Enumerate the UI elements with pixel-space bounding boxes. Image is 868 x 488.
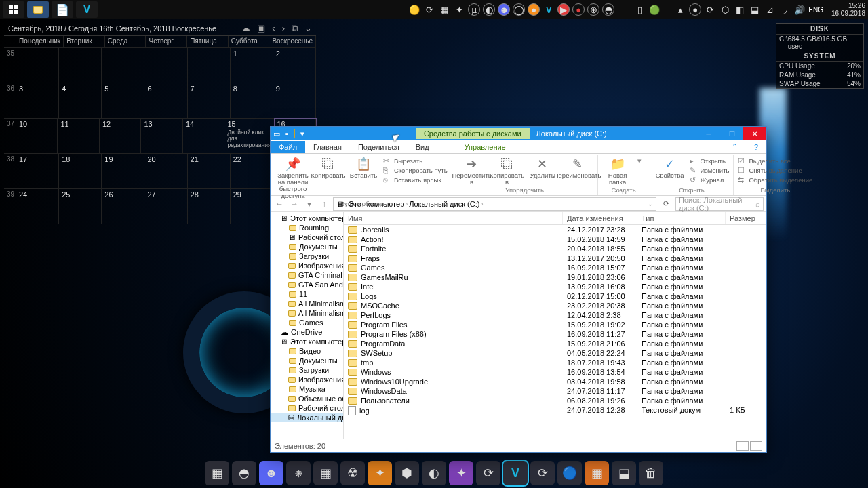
tab-home[interactable]: Главная <box>305 141 350 153</box>
taskbar-vegas[interactable]: V <box>76 1 98 18</box>
dock-steam2[interactable]: ⟳ <box>530 461 555 485</box>
tray-sys4-icon[interactable]: ◧ <box>734 3 746 16</box>
file-row[interactable]: PerfLogs12.04.2018 2:38Папка с файлами <box>344 310 766 320</box>
tray-app3-icon[interactable]: ◯ <box>513 3 525 16</box>
calendar-cell[interactable]: 5 <box>102 83 144 119</box>
prev-icon[interactable]: ‹ <box>272 23 275 34</box>
nav-item[interactable]: Загрузки <box>271 365 343 375</box>
maximize-button[interactable]: ☐ <box>720 127 743 140</box>
tray-network-icon[interactable]: ⊿ <box>764 3 776 16</box>
file-row[interactable]: GamesMailRu19.01.2018 23:06Папка с файла… <box>344 272 766 282</box>
tray-chrome2-icon[interactable]: 🟢 <box>648 3 660 16</box>
history-button[interactable]: ↺Журнал <box>690 176 730 184</box>
calendar-cell[interactable]: 28 <box>188 189 231 224</box>
calendar-cell[interactable] <box>144 48 187 83</box>
calendar-cell[interactable]: 10 <box>16 119 58 154</box>
file-row[interactable]: MSOCache23.02.2018 20:38Папка с файлами <box>344 301 766 310</box>
calendar-cell[interactable]: 7 <box>188 83 231 119</box>
tab-view[interactable]: Вид <box>408 141 437 153</box>
calendar-cell[interactable]: 18 <box>59 154 102 189</box>
pin-button[interactable]: 📌Закрепить на панели быстрого доступа <box>277 157 309 199</box>
file-row[interactable]: ProgramData15.09.2018 21:06Папка с файла… <box>344 339 766 348</box>
paste-button[interactable]: 📋Вставить <box>348 157 379 179</box>
file-row[interactable]: Windows16.09.2018 13:54Папка с файлами <box>344 367 766 377</box>
tab-file[interactable]: Файл <box>271 141 305 153</box>
tray-wifi-icon[interactable]: ◞ <box>778 3 791 16</box>
dock-app2[interactable]: ☢ <box>340 461 365 485</box>
minimize-button[interactable]: ─ <box>697 127 720 140</box>
ribbon-collapse-icon[interactable]: ⌃ <box>724 140 746 153</box>
dock-steam[interactable]: ⟳ <box>476 461 500 485</box>
dock-app6[interactable]: ▦ <box>585 461 609 485</box>
tray-vegas-icon[interactable]: V <box>542 3 555 16</box>
nav-item[interactable]: ☁OneDrive <box>271 327 343 337</box>
file-row[interactable]: Program Files (x86)16.09.2018 11:27Папка… <box>344 329 766 339</box>
nav-item[interactable]: Изображения <box>271 375 343 384</box>
tray-doc-icon[interactable]: ▯ <box>633 3 646 16</box>
nav-item[interactable]: 🖥Рабочий стол <box>271 232 343 242</box>
tray-sys2-icon[interactable]: ⟳ <box>704 3 716 16</box>
dock-pubg[interactable]: ▦ <box>205 461 229 485</box>
nav-item[interactable]: Games <box>271 318 343 327</box>
expand-icon[interactable]: ⌄ <box>304 23 312 34</box>
copy-button[interactable]: ⿻Копировать <box>313 157 344 179</box>
properties-button[interactable]: ✓Свойства <box>654 157 686 179</box>
nav-item[interactable]: 🖥Этот компьютер <box>271 337 343 346</box>
nav-item[interactable]: All Minimalism <box>271 299 343 308</box>
tray-app5-icon[interactable]: ▶ <box>557 3 570 16</box>
invert-button[interactable]: ⇆Обратить выделение <box>738 176 812 184</box>
qat-folder-icon[interactable] <box>291 129 298 138</box>
tab-share[interactable]: Поделиться <box>350 141 408 153</box>
file-row[interactable]: log24.07.2018 12:28Текстовый докум1 КБ <box>344 405 766 416</box>
calendar-cell[interactable]: 1 <box>231 48 273 83</box>
search-input[interactable]: Поиск: Локальный диск (C:) ⌕ <box>675 197 764 211</box>
calendar-cell[interactable]: 24 <box>16 189 59 224</box>
tray-sys5-icon[interactable]: ⬓ <box>749 3 761 16</box>
calendar-cell[interactable]: 17 <box>16 154 59 189</box>
up-button[interactable]: ↑ <box>318 199 330 209</box>
tray-chrome-icon[interactable]: 🟡 <box>408 3 420 16</box>
qat-down-icon[interactable]: ▾ <box>298 129 307 138</box>
view-thumbs-button[interactable] <box>750 441 762 451</box>
file-row[interactable]: Program Files15.09.2018 19:02Папка с фай… <box>344 320 766 329</box>
tray-sys3-icon[interactable]: ⬡ <box>719 3 731 16</box>
calendar-cell[interactable]: 14 <box>183 119 224 154</box>
tray-volume-icon[interactable]: 🔊 <box>793 3 806 16</box>
tray-arrow-icon[interactable]: ▴ <box>674 3 686 16</box>
tab-manage[interactable]: Управление <box>456 141 514 153</box>
calendar-cell[interactable]: 19 <box>102 154 144 189</box>
nav-item[interactable]: 11 <box>271 289 343 299</box>
calendar-cell[interactable]: 8 <box>231 83 273 119</box>
dock-chrome[interactable]: 🔵 <box>557 461 582 485</box>
shortcut-button[interactable]: ⎋Вставить ярлык <box>383 176 448 184</box>
dock-trash[interactable]: 🗑 <box>639 461 663 485</box>
nav-item[interactable]: All Minimalism <box>271 308 343 318</box>
forward-button[interactable]: → <box>288 199 300 209</box>
calendar-cell[interactable]: 26 <box>102 189 144 224</box>
cut-button[interactable]: ✂Вырезать <box>383 157 448 165</box>
open-button[interactable]: ▸Открыть <box>690 157 730 165</box>
file-row[interactable]: Windows10Upgrade03.04.2018 19:58Папка с … <box>344 377 766 386</box>
next-icon[interactable]: › <box>282 23 285 34</box>
layers-icon[interactable]: ⧉ <box>292 23 298 34</box>
tray-lang[interactable]: ENG <box>808 6 823 14</box>
nav-item[interactable]: Объемные объекты <box>271 394 343 403</box>
nav-item[interactable]: GTA Criminal Ru <box>271 270 343 280</box>
calendar-cell[interactable]: 11 <box>58 119 99 154</box>
titlebar[interactable]: ▭ ▪ ▾ Средства работы с дисками Локальны… <box>271 127 766 140</box>
file-row[interactable]: Fortnite20.04.2018 18:55Папка с файлами <box>344 244 766 253</box>
start-button[interactable] <box>3 1 24 18</box>
file-row[interactable]: Logs02.12.2017 15:00Папка с файлами <box>344 291 766 301</box>
nav-item[interactable]: Рабочий стол <box>271 403 343 413</box>
copypath-button[interactable]: ⎘Скопировать путь <box>383 166 448 174</box>
cloud-icon[interactable]: ☁ <box>241 23 250 34</box>
copyto-button[interactable]: ⿻Копировать в <box>492 157 523 186</box>
calendar-cell[interactable]: 27 <box>144 189 187 224</box>
calendar-cell[interactable]: 2 <box>273 48 316 83</box>
file-row[interactable]: Action!15.02.2018 14:59Папка с файлами <box>344 235 766 244</box>
file-row[interactable]: .borealis24.12.2017 23:28Папка с файлами <box>344 225 766 235</box>
drive-tools-tab[interactable]: Средства работы с дисками <box>416 128 530 139</box>
calendar-cell[interactable]: 13 <box>141 119 183 154</box>
calendar-cell[interactable]: 25 <box>59 189 102 224</box>
moveto-button[interactable]: ➔Переместить в <box>456 157 488 186</box>
